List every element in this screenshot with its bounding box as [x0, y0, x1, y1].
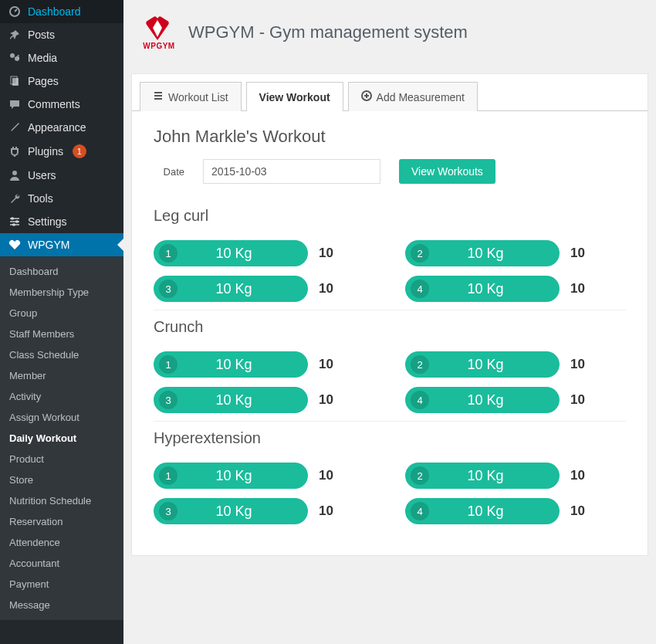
page-title: WPGYM - Gym management system	[188, 22, 468, 42]
pin-icon	[8, 29, 22, 41]
sidebar-item-label: WPGYM	[28, 239, 69, 251]
sidebar-top-menu: DashboardPostsMediaPagesCommentsAppearan…	[0, 0, 123, 256]
submenu-item-member[interactable]: Member	[0, 365, 123, 386]
tab-workout-list[interactable]: Workout List	[140, 82, 242, 111]
exercise-name: Hyperextension	[154, 429, 626, 447]
sidebar-item-label: Appearance	[28, 121, 86, 134]
submenu-item-reservation[interactable]: Reservation	[0, 511, 123, 532]
set-pill: 310 Kg	[154, 498, 308, 524]
set-reps: 10	[570, 357, 592, 372]
set-number: 1	[159, 355, 178, 374]
submenu-item-membership-type[interactable]: Membership Type	[0, 282, 123, 303]
sidebar-item-appearance[interactable]: Appearance	[0, 116, 123, 139]
set-number: 1	[159, 466, 178, 485]
update-badge: 1	[73, 144, 86, 158]
submenu-item-daily-workout[interactable]: Daily Workout	[0, 428, 123, 449]
svg-point-7	[15, 220, 19, 223]
tab-bar: Workout ListView WorkoutAdd Measurement	[132, 73, 648, 111]
set-weight: 10 Kg	[429, 281, 557, 297]
set-row: 310 Kg10	[154, 276, 374, 302]
submenu-item-staff-members[interactable]: Staff Members	[0, 324, 123, 344]
pages-icon	[8, 75, 22, 87]
set-pill: 210 Kg	[405, 463, 560, 489]
submenu-item-nutrition-schedule[interactable]: Nutrition Schedule	[0, 490, 123, 511]
set-reps: 10	[319, 392, 340, 408]
submenu-item-assign-workout[interactable]: Assign Workout	[0, 407, 123, 428]
set-number: 1	[159, 244, 178, 263]
date-input[interactable]	[203, 159, 380, 184]
submenu-item-class-schedule[interactable]: Class Schedule	[0, 344, 123, 365]
set-reps: 10	[319, 246, 340, 261]
sidebar-item-posts[interactable]: Posts	[0, 23, 123, 46]
set-number: 4	[411, 391, 429, 409]
set-weight: 10 Kg	[429, 357, 557, 373]
sets-grid: 110 Kg10210 Kg10310 Kg10410 Kg10	[154, 240, 626, 302]
sliders-icon	[8, 215, 22, 228]
svg-point-6	[11, 217, 14, 220]
submenu-item-message[interactable]: Message	[0, 595, 123, 615]
submenu-item-dashboard[interactable]: Dashboard	[0, 261, 123, 282]
set-reps: 10	[319, 468, 340, 483]
set-number: 2	[411, 355, 429, 374]
set-weight: 10 Kg	[429, 392, 557, 408]
submenu-item-product[interactable]: Product	[0, 449, 123, 469]
svg-point-5	[12, 171, 17, 175]
submenu-item-store[interactable]: Store	[0, 469, 123, 490]
sidebar-item-comments[interactable]: Comments	[0, 93, 123, 116]
set-reps: 10	[319, 281, 340, 297]
set-weight: 10 Kg	[178, 357, 306, 373]
tab-view-workout[interactable]: View Workout	[246, 82, 343, 111]
sidebar-item-label: Users	[28, 169, 56, 181]
sidebar-item-dashboard[interactable]: Dashboard	[0, 0, 123, 23]
content-panel: Workout ListView WorkoutAdd Measurement …	[131, 73, 648, 556]
set-row: 410 Kg10	[405, 276, 626, 302]
set-number: 4	[411, 502, 429, 520]
date-label: Date	[154, 166, 184, 178]
submenu-item-accountant[interactable]: Accountant	[0, 553, 123, 574]
exercise-list: Leg curl110 Kg10210 Kg10310 Kg10410 Kg10…	[154, 207, 626, 532]
exercise-block: Crunch110 Kg10210 Kg10310 Kg10410 Kg10	[154, 318, 626, 422]
sidebar-item-pages[interactable]: Pages	[0, 69, 123, 93]
set-weight: 10 Kg	[178, 503, 306, 520]
sidebar-item-label: Media	[28, 52, 57, 64]
set-row: 110 Kg10	[154, 351, 374, 378]
view-workout-panel: John Markle's Workout Date View Workouts…	[132, 111, 648, 555]
tab-label: View Workout	[259, 91, 330, 103]
set-pill: 110 Kg	[154, 351, 308, 378]
sidebar-item-label: Settings	[28, 215, 67, 228]
list-icon	[153, 90, 164, 103]
set-pill: 410 Kg	[405, 498, 560, 524]
sidebar-submenu: DashboardMembership TypeGroupStaff Membe…	[0, 256, 123, 620]
submenu-item-payment[interactable]: Payment	[0, 574, 123, 595]
sidebar-item-media[interactable]: Media	[0, 46, 123, 69]
sidebar-item-plugins[interactable]: Plugins1	[0, 139, 123, 164]
tab-add-measurement[interactable]: Add Measurement	[348, 82, 478, 111]
submenu-item-attendence[interactable]: Attendence	[0, 532, 123, 553]
set-pill: 410 Kg	[405, 387, 560, 413]
svg-point-8	[12, 223, 15, 226]
view-workouts-button[interactable]: View Workouts	[399, 159, 495, 184]
set-weight: 10 Kg	[429, 468, 557, 484]
submenu-item-activity[interactable]: Activity	[0, 386, 123, 407]
wp-admin-sidebar: DashboardPostsMediaPagesCommentsAppearan…	[0, 0, 123, 644]
set-row: 210 Kg10	[405, 463, 626, 489]
sidebar-item-users[interactable]: Users	[0, 164, 123, 187]
wpgym-logo: WPGYM	[142, 14, 176, 50]
set-reps: 10	[570, 392, 592, 408]
exercise-name: Crunch	[154, 318, 626, 336]
page-header: WPGYM WPGYM - Gym management system	[123, 0, 656, 73]
set-number: 3	[159, 280, 178, 298]
set-weight: 10 Kg	[178, 281, 306, 297]
sidebar-item-label: Posts	[28, 29, 55, 41]
sidebar-item-settings[interactable]: Settings	[0, 210, 123, 233]
svg-point-1	[10, 53, 15, 58]
sidebar-item-wpgym[interactable]: WPGYM	[0, 233, 123, 256]
svg-rect-4	[12, 78, 19, 86]
set-row: 110 Kg10	[154, 463, 374, 489]
sidebar-item-tools[interactable]: Tools	[0, 187, 123, 210]
submenu-item-group[interactable]: Group	[0, 303, 123, 324]
set-row: 310 Kg10	[154, 498, 374, 524]
plus-icon	[361, 90, 372, 103]
set-weight: 10 Kg	[429, 246, 557, 262]
exercise-block: Hyperextension110 Kg10210 Kg10310 Kg1041…	[154, 429, 626, 532]
